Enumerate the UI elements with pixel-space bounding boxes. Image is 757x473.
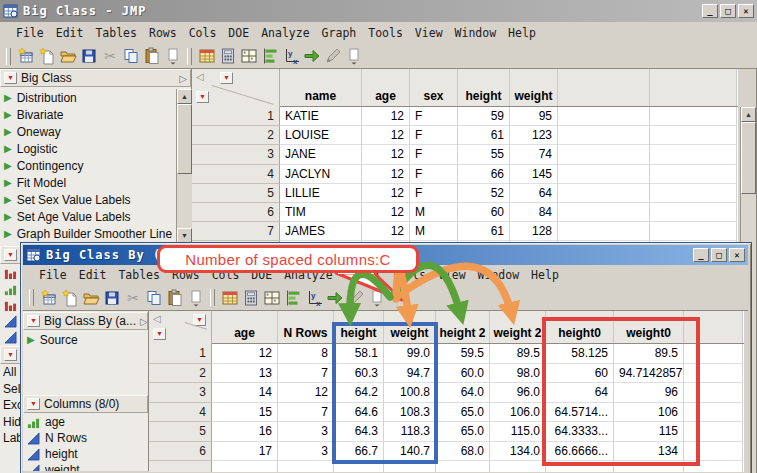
row-number-cell[interactable]: 4 [149, 403, 212, 423]
row-number-cell[interactable] [149, 461, 212, 472]
data-cell[interactable]: LOUISE [280, 126, 362, 145]
new-journal-icon[interactable] [59, 287, 80, 308]
column-header-sex[interactable]: sex [410, 69, 458, 106]
red-triangle-menu-icon[interactable]: ▼ [4, 72, 17, 84]
scroll-up-icon[interactable]: ▲ [741, 107, 756, 122]
data-cell[interactable]: 12 [212, 344, 278, 364]
data-cell[interactable]: 12 [362, 145, 410, 164]
grid-corner-cell[interactable]: ◁▼▼ [192, 69, 280, 107]
data-cell[interactable]: 68.0 [436, 442, 490, 462]
menu-file[interactable]: File [33, 268, 73, 282]
copy-icon[interactable] [120, 46, 141, 67]
data-cell[interactable] [650, 203, 737, 222]
data-cell[interactable] [650, 145, 737, 164]
plot-yx-icon[interactable]: yx [280, 46, 301, 67]
table-panel-header[interactable]: ▼ Big Class ▷ [0, 69, 191, 87]
collapse-grid-icon[interactable]: ◁ [153, 314, 161, 324]
data-cell[interactable] [558, 184, 650, 203]
paste-icon[interactable] [164, 287, 185, 308]
column-item-n-rows[interactable]: N Rows [23, 430, 148, 446]
row-number-cell[interactable]: 2 [149, 364, 212, 384]
column-header-name[interactable]: name [280, 69, 362, 106]
red-triangle-menu-icon[interactable]: ▼ [196, 91, 209, 103]
data-table-icon[interactable] [196, 46, 217, 67]
data-cell[interactable]: 61 [458, 126, 510, 145]
data-cell[interactable]: 84 [510, 203, 558, 222]
column-header-weight[interactable]: weight [510, 69, 558, 106]
open-icon[interactable] [57, 46, 78, 67]
column-item-age[interactable]: age [23, 414, 148, 430]
data-cell[interactable] [650, 126, 737, 145]
data-cell[interactable]: 96.0 [490, 383, 546, 403]
menu-analyze[interactable]: Analyze [255, 26, 315, 40]
new-table-icon[interactable] [38, 287, 59, 308]
menu-file[interactable]: File [10, 26, 50, 40]
data-cell[interactable] [558, 145, 650, 164]
scroll-thumb[interactable] [177, 104, 192, 174]
data-cell[interactable]: LILLIE [280, 184, 362, 203]
data-cell[interactable]: 12 [362, 165, 410, 184]
data-cell[interactable]: 8 [278, 344, 334, 364]
data-cell[interactable]: 7 [278, 364, 334, 384]
data-cell[interactable]: 59 [458, 107, 510, 126]
data-cell[interactable]: 12 [362, 203, 410, 222]
script-item-logistic[interactable]: ▶Logistic [0, 140, 176, 157]
data-cell[interactable]: 65.0 [436, 403, 490, 423]
data-cell[interactable]: F [410, 126, 458, 145]
toolbar-overflow-icon[interactable] [343, 46, 364, 67]
red-triangle-menu-icon[interactable]: ▼ [27, 315, 40, 327]
data-cell[interactable]: 16 [212, 422, 278, 442]
data-cell[interactable]: 98.0 [490, 364, 546, 384]
script-item-graph-builder-smoother-line[interactable]: ▶Graph Builder Smoother Line [0, 225, 176, 242]
data-cell[interactable]: 59.5 [436, 344, 490, 364]
scroll-up-icon[interactable]: ▲ [177, 89, 192, 104]
data-cell[interactable]: 17 [212, 442, 278, 462]
menu-tools[interactable]: Tools [362, 26, 409, 40]
data-cell[interactable] [650, 184, 737, 203]
script-item-source[interactable]: ▶Source [23, 331, 148, 348]
data-cell[interactable]: F [410, 165, 458, 184]
red-triangle-menu-icon[interactable]: ▼ [220, 72, 233, 84]
row-number-cell[interactable]: 3 [192, 145, 280, 164]
save-icon[interactable] [78, 46, 99, 67]
grid-corner-cell[interactable]: ◁▼▼ [149, 311, 212, 344]
data-cell[interactable] [212, 461, 278, 472]
grid-pane-icon[interactable] [238, 46, 259, 67]
data-cell[interactable]: F [410, 145, 458, 164]
script-item-set-sex-value-labels[interactable]: ▶Set Sex Value Labels [0, 191, 176, 208]
menu-help[interactable]: Help [502, 26, 542, 40]
data-cell[interactable]: 64.0 [436, 383, 490, 403]
scroll-down-icon[interactable]: ▼ [177, 228, 192, 243]
columns-panel-header[interactable]: ▼ Columns (8/0) [23, 395, 148, 413]
data-cell[interactable]: 3 [278, 442, 334, 462]
paste-icon[interactable] [141, 46, 162, 67]
open-icon[interactable] [80, 287, 101, 308]
edit-icon[interactable] [322, 46, 343, 67]
row-number-cell[interactable]: 4 [192, 165, 280, 184]
data-cell[interactable]: 7 [278, 403, 334, 423]
script-item-bivariate[interactable]: ▶Bivariate [0, 106, 176, 123]
column-item-weight[interactable]: weight [23, 462, 148, 471]
sidebar-scrollbar[interactable]: ▲ ▼ [176, 89, 192, 243]
red-triangle-menu-icon[interactable]: ▼ [4, 349, 17, 361]
script-item-oneway[interactable]: ▶Oneway [0, 123, 176, 140]
toolbar-overflow-icon[interactable] [185, 287, 206, 308]
data-cell[interactable]: F [410, 107, 458, 126]
data-cell[interactable]: JACLYN [280, 165, 362, 184]
data-cell[interactable]: 66 [458, 165, 510, 184]
join-icon[interactable] [301, 46, 322, 67]
data-cell[interactable]: 12 [362, 126, 410, 145]
toolbar-overflow-icon[interactable] [162, 46, 183, 67]
copy-icon[interactable] [143, 287, 164, 308]
row-number-cell[interactable]: 1 [192, 107, 280, 126]
data-cell[interactable]: 12 [362, 184, 410, 203]
column-header-blank[interactable] [650, 69, 737, 106]
minimize-button[interactable]: _ [693, 248, 709, 262]
data-cell[interactable]: 145 [510, 165, 558, 184]
script-item-contingency[interactable]: ▶Contingency [0, 157, 176, 174]
data-cell[interactable]: 12 [362, 107, 410, 126]
collapse-panel-icon[interactable]: ▷ [140, 316, 148, 327]
data-cell[interactable] [558, 126, 650, 145]
data-cell[interactable]: M [410, 203, 458, 222]
row-number-cell[interactable]: 7 [192, 222, 280, 241]
